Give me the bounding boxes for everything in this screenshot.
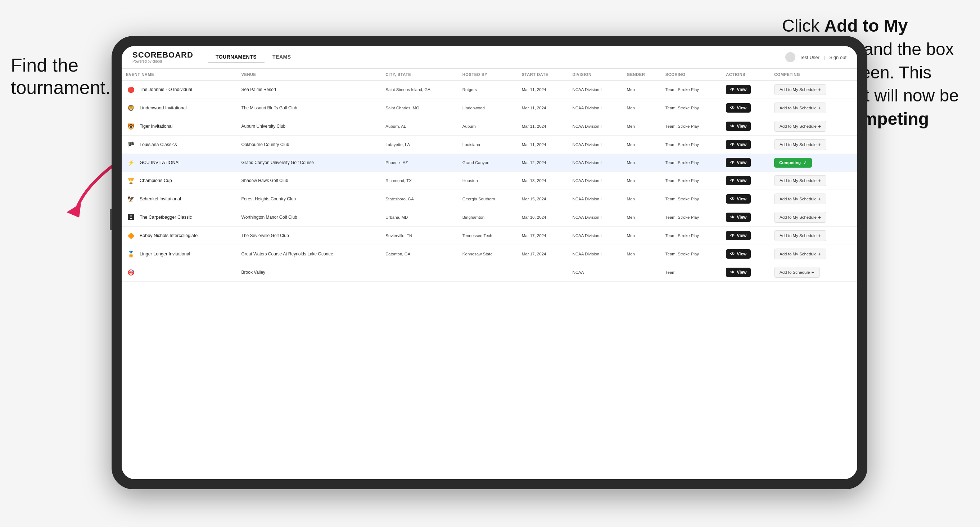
gender-cell: Men [623,227,661,245]
team-logo: 🏅 [126,249,136,259]
view-button[interactable]: 👁 View [726,194,751,203]
hosted-by-cell: Grand Canyon [458,154,517,171]
logo-sub: Powered by clippd [132,59,193,63]
team-logo: 🎯 [126,267,136,277]
competing-cell: Add to My Schedule + [770,81,857,99]
view-button[interactable]: 👁 View [726,158,751,167]
tab-tournaments[interactable]: TOURNAMENTS [208,51,264,63]
view-button[interactable]: 👁 View [726,103,751,113]
actions-cell: 👁 View [722,99,770,117]
eye-icon: 👁 [730,270,735,275]
table-row: 🔶 Bobby Nichols Intercollegiate The Sevi… [122,227,857,245]
competing-button[interactable]: Competing ✓ [774,158,812,168]
add-schedule-button[interactable]: Add to My Schedule + [774,84,826,95]
tab-teams[interactable]: TEAMS [264,51,299,63]
col-city-state: CITY, STATE [381,69,458,81]
gender-cell: Men [623,208,661,227]
city-cell: Statesboro, GA [381,190,458,208]
eye-icon: 👁 [730,197,735,202]
team-logo: 🦅 [126,194,136,204]
view-button[interactable]: 👁 View [726,249,751,259]
add-schedule-button[interactable]: Add to My Schedule + [774,230,826,241]
scoring-cell: Team, Stroke Play [661,117,722,136]
table-container: EVENT NAME VENUE CITY, STATE HOSTED BY S… [122,69,857,479]
view-button[interactable]: 👁 View [726,268,751,277]
competing-cell: Add to My Schedule + [770,245,857,264]
start-date-cell [517,264,568,282]
event-name-text: The Carpetbagger Classic [140,215,192,220]
add-schedule-button[interactable]: Add to My Schedule + [774,121,826,132]
actions-cell: 👁 View [722,190,770,208]
view-button[interactable]: 👁 View [726,140,751,149]
venue-cell: The Sevierville Golf Club [237,227,382,245]
view-button[interactable]: 👁 View [726,85,751,94]
division-cell: NCAA Division I [568,136,622,154]
user-area: Test User | Sign out [785,52,846,62]
actions-cell: 👁 View [722,171,770,190]
tablet-frame: SCOREBOARD Powered by clippd TOURNAMENTS… [111,36,867,489]
city-cell: Richmond, TX [381,171,458,190]
plus-icon: + [818,124,821,129]
table-row: 🦁 Lindenwood Invitational The Missouri B… [122,99,857,117]
table-row: 🦅 Schenkel Invitational Forest Heights C… [122,190,857,208]
add-schedule-button[interactable]: Add to My Schedule + [774,249,826,259]
division-cell: NCAA Division I [568,208,622,227]
competing-cell: Add to Schedule + [770,264,857,282]
tablet-screen: SCOREBOARD Powered by clippd TOURNAMENTS… [122,46,857,479]
table-header: EVENT NAME VENUE CITY, STATE HOSTED BY S… [122,69,857,81]
add-schedule-button[interactable]: Add to Schedule + [774,267,820,278]
view-button[interactable]: 👁 View [726,231,751,240]
venue-cell: Shadow Hawk Golf Club [237,171,382,190]
view-button[interactable]: 👁 View [726,176,751,185]
col-event-name: EVENT NAME [122,69,237,81]
sign-out-link[interactable]: Sign out [829,55,846,60]
annotation-left: Find thetournament. [11,54,111,99]
view-button[interactable]: 👁 View [726,213,751,222]
add-schedule-button[interactable]: Add to My Schedule + [774,175,826,186]
event-name-text: Tiger Invitational [140,124,172,129]
scoring-cell: Team, [661,264,722,282]
add-schedule-button[interactable]: Add to My Schedule + [774,139,826,150]
competing-cell: Competing ✓ [770,154,857,171]
start-date-cell: Mar 13, 2024 [517,171,568,190]
eye-icon: 👁 [730,160,735,165]
actions-cell: 👁 View [722,208,770,227]
venue-cell: Oakbourne Country Club [237,136,382,154]
user-name: Test User [800,55,819,60]
event-name-cell: 🅱 The Carpetbagger Classic [126,212,233,222]
start-date-cell: Mar 11, 2024 [517,99,568,117]
hosted-by-cell: Georgia Southern [458,190,517,208]
scoring-cell: Team, Stroke Play [661,136,722,154]
col-gender: GENDER [623,69,661,81]
add-schedule-button[interactable]: Add to My Schedule + [774,212,826,223]
add-schedule-button[interactable]: Add to My Schedule + [774,194,826,204]
event-name-text: Champions Cup [140,178,172,183]
view-button[interactable]: 👁 View [726,122,751,131]
eye-icon: 👁 [730,251,735,257]
event-name-cell: 🔴 The Johnnie - O Individual [126,84,233,95]
division-cell: NCAA Division I [568,154,622,171]
start-date-cell: Mar 17, 2024 [517,245,568,264]
event-name-cell: 🦁 Lindenwood Invitational [126,103,233,113]
actions-cell: 👁 View [722,136,770,154]
city-cell [381,264,458,282]
event-name-text: Bobby Nichols Intercollegiate [140,233,197,238]
hosted-by-cell: Lindenwood [458,99,517,117]
division-cell: NCAA Division I [568,99,622,117]
team-logo: 🐯 [126,121,136,131]
division-cell: NCAA [568,264,622,282]
check-icon: ✓ [803,160,807,165]
actions-cell: 👁 View [722,245,770,264]
hosted-by-cell: Rutgers [458,81,517,99]
team-logo: ⚡ [126,157,136,168]
table-row: 🏅 Linger Longer Invitational Great Water… [122,245,857,264]
actions-cell: 👁 View [722,117,770,136]
division-cell: NCAA Division I [568,190,622,208]
gender-cell: Men [623,117,661,136]
team-logo: 🏴 [126,140,136,150]
tournaments-table: EVENT NAME VENUE CITY, STATE HOSTED BY S… [122,69,857,282]
top-bar: SCOREBOARD Powered by clippd TOURNAMENTS… [122,46,857,69]
add-schedule-button[interactable]: Add to My Schedule + [774,103,826,113]
table-body: 🔴 The Johnnie - O Individual Sea Palms R… [122,81,857,282]
division-cell: NCAA Division I [568,171,622,190]
